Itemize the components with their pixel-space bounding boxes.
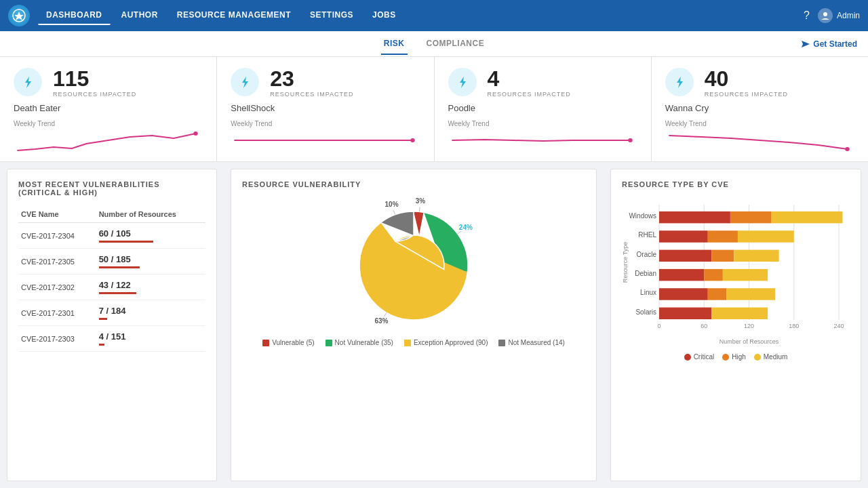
donut-leader-line	[458, 231, 462, 234]
nav-links: DASHBOARD AUTHOR RESOURCE MANAGEMENT SET…	[38, 6, 804, 25]
bar-segment	[659, 211, 730, 223]
donut-leader-line	[384, 312, 387, 317]
donut-container: 24%3%63%10% Vulnerable (5)Not Vulnerable…	[242, 198, 585, 346]
card-name-0: Death Eater	[14, 103, 203, 113]
app-logo	[8, 5, 30, 26]
table-row: CVE-2017-2303 4 / 151	[18, 326, 205, 352]
bar-row-label: Windows	[629, 212, 656, 220]
cve-name: CVE-2017-2304	[18, 223, 96, 249]
user-label: Admin	[837, 11, 860, 20]
card-trend-label-0: Weekly Trend	[14, 120, 203, 127]
panel-cve: MOST RECENT VULNERABILITIES (CRITICAL & …	[7, 169, 217, 481]
tab-compliance[interactable]: COMPLIANCE	[424, 33, 488, 55]
bolt-icon-1	[231, 68, 259, 96]
legend-dot	[326, 340, 332, 346]
bar-legend-label: High	[732, 353, 746, 361]
donut-leader-line	[419, 207, 420, 211]
y-axis-label: Resource Type	[622, 242, 629, 283]
card-count-3: 40	[705, 68, 788, 89]
cve-name: CVE-2017-2301	[18, 300, 96, 326]
bar-chart: Resource Type060120180240Number of Resou…	[622, 198, 846, 347]
x-tick: 240	[833, 323, 844, 329]
cve-count-cell: 4 / 151	[96, 326, 205, 352]
x-tick: 60	[701, 323, 707, 329]
donut-segment	[414, 211, 424, 236]
cve-table: CVE Name Number of Resources CVE-2017-23…	[18, 206, 205, 352]
tab-risk[interactable]: RISK	[381, 33, 408, 55]
user-avatar	[818, 8, 833, 23]
legend-label: Vulnerable (5)	[272, 339, 314, 346]
donut-chart: 24%3%63%10%	[346, 198, 481, 333]
cve-name: CVE-2017-2303	[18, 326, 96, 352]
table-row: CVE-2017-2304 60 / 105	[18, 223, 205, 249]
legend-label: Not Vulnerable (35)	[335, 339, 393, 346]
navbar: DASHBOARD AUTHOR RESOURCE MANAGEMENT SET…	[0, 0, 868, 31]
bolt-icon-0	[14, 68, 42, 96]
nav-author[interactable]: AUTHOR	[113, 6, 166, 25]
help-icon[interactable]: ?	[804, 9, 810, 22]
bar-row-label: Debian	[635, 270, 656, 277]
card-trend-label-1: Weekly Trend	[231, 120, 420, 127]
donut-legend-item: Not Measured (14)	[498, 339, 564, 346]
bolt-icon-3	[665, 68, 694, 96]
cve-bar	[99, 241, 153, 243]
cve-count-cell: 43 / 122	[96, 274, 205, 300]
get-started-button[interactable]: Get Started	[801, 39, 857, 49]
bar-legend-item: Medium	[754, 353, 788, 361]
legend-dot	[262, 340, 269, 346]
nav-jobs[interactable]: JOBS	[364, 6, 404, 25]
svg-point-14	[845, 147, 849, 151]
table-row: CVE-2017-2301 7 / 184	[18, 300, 205, 326]
bar-segment	[708, 288, 727, 300]
bar-segment	[734, 250, 778, 262]
card-name-2: Poodle	[448, 103, 637, 113]
bar-legend-item: Critical	[684, 353, 715, 361]
bar-segment	[659, 269, 704, 281]
card-trend-label-2: Weekly Trend	[448, 120, 637, 127]
subnav-tabs: RISK COMPLIANCE	[381, 33, 487, 55]
donut-leader-line	[393, 210, 395, 215]
donut-legend: Vulnerable (5)Not Vulnerable (35)Excepti…	[262, 339, 565, 346]
summary-card-2: 4 RESOURCES IMPACTED Poodle Weekly Trend	[435, 57, 652, 161]
bar-segment	[730, 211, 772, 223]
bar-legend-item: High	[722, 353, 746, 361]
bar-segment	[659, 230, 708, 242]
card-trend-label-3: Weekly Trend	[665, 120, 854, 127]
donut-pct-label: 63%	[374, 317, 388, 325]
nav-dashboard[interactable]: DASHBOARD	[38, 6, 111, 25]
nav-right: ? Admin	[804, 8, 860, 23]
donut-legend-item: Vulnerable (5)	[262, 339, 314, 346]
x-tick: 180	[789, 323, 799, 329]
cve-count: 50 / 185	[99, 254, 203, 264]
nav-resource-management[interactable]: RESOURCE MANAGEMENT	[169, 6, 299, 25]
bar-row-label: RHEL	[638, 231, 656, 239]
cve-count-cell: 50 / 185	[96, 249, 205, 274]
donut-pct-label: 10%	[385, 201, 399, 208]
card-name-3: Wanna Cry	[665, 103, 854, 113]
cve-name: CVE-2017-2305	[18, 249, 96, 274]
send-icon	[801, 39, 810, 49]
table-row: CVE-2017-2302 43 / 122	[18, 274, 205, 300]
card-sublabel-2: RESOURCES IMPACTED	[488, 91, 571, 98]
bar-legend-dot	[684, 354, 691, 361]
svg-point-2	[823, 12, 827, 16]
bar-segment	[711, 308, 768, 319]
donut-pct-label: 3%	[416, 198, 426, 205]
bar-legend-dot	[722, 354, 729, 361]
bar-segment	[659, 308, 711, 319]
panel-donut: RESOURCE VULNERABILITY 24%3%63%10% Vulne…	[231, 169, 597, 481]
legend-dot	[498, 340, 505, 346]
card-sublabel-0: RESOURCES IMPACTED	[53, 91, 136, 98]
subnav: RISK COMPLIANCE Get Started	[0, 31, 868, 57]
bar-legend: CriticalHighMedium	[622, 353, 850, 361]
cve-bar	[99, 292, 136, 294]
table-row: CVE-2017-2305 50 / 185	[18, 249, 205, 274]
cve-count-cell: 60 / 105	[96, 223, 205, 249]
col-num-resources: Number of Resources	[96, 206, 205, 223]
bar-legend-dot	[754, 354, 761, 361]
bar-segment	[772, 211, 843, 223]
nav-settings[interactable]: SETTINGS	[302, 6, 361, 25]
cve-count: 4 / 151	[99, 331, 203, 342]
user-menu[interactable]: Admin	[818, 8, 860, 23]
cve-name: CVE-2017-2302	[18, 274, 96, 300]
